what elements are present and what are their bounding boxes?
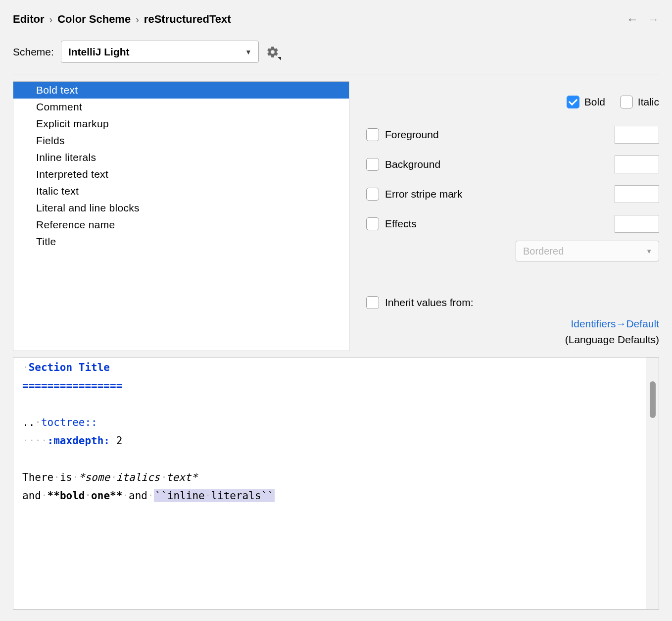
- breadcrumb-sep-icon: ›: [49, 14, 53, 25]
- main-panels: Bold textCommentExplicit markupFieldsInl…: [13, 81, 659, 351]
- inherit-checkbox[interactable]: [366, 296, 379, 309]
- breadcrumb: Editor › Color Scheme › reStructuredText: [13, 13, 231, 26]
- breadcrumb-editor[interactable]: Editor: [13, 13, 45, 26]
- attribute-list[interactable]: Bold textCommentExplicit markupFieldsInl…: [13, 81, 349, 351]
- background-label: Background: [385, 158, 440, 170]
- breadcrumb-row: Editor › Color Scheme › reStructuredText…: [13, 13, 659, 26]
- attribute-item[interactable]: Fields: [13, 132, 349, 149]
- effects-row: Effects: [366, 209, 659, 239]
- tok-toctree: toctree::: [41, 416, 97, 428]
- tok-inline: ``inline·literals``: [154, 489, 275, 502]
- bold-label: Bold: [584, 96, 605, 108]
- gear-icon[interactable]: [266, 45, 280, 59]
- preview-content[interactable]: ·Section Title ================ ..·toctr…: [13, 358, 646, 609]
- effects-label: Effects: [385, 218, 417, 230]
- attribute-item[interactable]: Interpreted text: [13, 166, 349, 183]
- foreground-row: Foreground: [366, 120, 659, 150]
- attribute-item[interactable]: Italic text: [13, 183, 349, 200]
- bold-checkbox[interactable]: [567, 96, 579, 108]
- properties-panel: Bold Italic Foreground Background Error …: [349, 81, 659, 351]
- tok-bold: **bold·one**: [48, 490, 123, 502]
- effects-select-row: Bordered ▼: [366, 241, 659, 261]
- inherit-block: Inherit values from: Identifiers→Default…: [366, 296, 659, 347]
- fontstyle-row: Bold Italic: [366, 88, 659, 116]
- background-color-swatch[interactable]: [615, 155, 659, 173]
- back-icon[interactable]: ←: [626, 13, 638, 25]
- scheme-row: Scheme: IntelliJ Light ▼: [13, 41, 659, 74]
- nav-arrows: ← →: [626, 13, 659, 25]
- scheme-label: Scheme:: [13, 46, 54, 58]
- inherit-link[interactable]: Identifiers→Default: [571, 318, 659, 329]
- foreground-color-swatch[interactable]: [615, 126, 659, 144]
- effects-type-select[interactable]: Bordered: [516, 241, 659, 261]
- italic-label: Italic: [638, 96, 659, 108]
- scrollbar-thumb[interactable]: [650, 381, 656, 418]
- breadcrumb-sep-icon: ›: [136, 14, 139, 25]
- errorstripe-color-swatch[interactable]: [615, 185, 659, 203]
- forward-icon[interactable]: →: [647, 13, 659, 25]
- preview-scrollbar[interactable]: [646, 358, 659, 609]
- tok-italic: *some·italics·text*: [79, 471, 197, 483]
- tok-maxdepth: :maxdepth:: [48, 435, 110, 447]
- tok-title: Section Title: [29, 362, 110, 373]
- tok-underline: ================: [22, 380, 122, 392]
- inherit-sub-label: (Language Defaults): [565, 334, 659, 345]
- errorstripe-row: Error stripe mark: [366, 179, 659, 209]
- attribute-item[interactable]: Explicit markup: [13, 115, 349, 132]
- inherit-label: Inherit values from:: [385, 297, 474, 309]
- breadcrumb-restructuredtext[interactable]: reStructuredText: [144, 13, 231, 26]
- errorstripe-checkbox[interactable]: [366, 188, 379, 201]
- errorstripe-label: Error stripe mark: [385, 188, 462, 200]
- tok-maxdepth-val: 2: [116, 435, 123, 447]
- preview-code: ·Section Title ================ ..·toctr…: [22, 359, 637, 505]
- attribute-item[interactable]: Comment: [13, 99, 349, 115]
- scheme-select[interactable]: IntelliJ Light: [61, 41, 259, 63]
- inherit-link-row: Identifiers→Default (Language Defaults): [366, 316, 659, 347]
- scheme-select-wrap: IntelliJ Light ▼: [61, 41, 259, 63]
- background-checkbox[interactable]: [366, 158, 379, 171]
- preview-panel: ·Section Title ================ ..·toctr…: [13, 357, 659, 610]
- effects-checkbox[interactable]: [366, 217, 379, 230]
- breadcrumb-color-scheme[interactable]: Color Scheme: [57, 13, 131, 26]
- italic-checkbox[interactable]: [620, 96, 633, 108]
- attribute-item[interactable]: Literal and line blocks: [13, 200, 349, 216]
- effects-color-swatch[interactable]: [615, 215, 659, 233]
- attribute-item[interactable]: Title: [13, 233, 349, 250]
- attribute-item[interactable]: Inline literals: [13, 149, 349, 166]
- attribute-item[interactable]: Bold text: [13, 82, 349, 99]
- dropdown-hint-icon: [278, 57, 281, 60]
- foreground-label: Foreground: [385, 129, 439, 141]
- foreground-checkbox[interactable]: [366, 128, 379, 141]
- background-row: Background: [366, 150, 659, 179]
- attribute-item[interactable]: Reference name: [13, 216, 349, 233]
